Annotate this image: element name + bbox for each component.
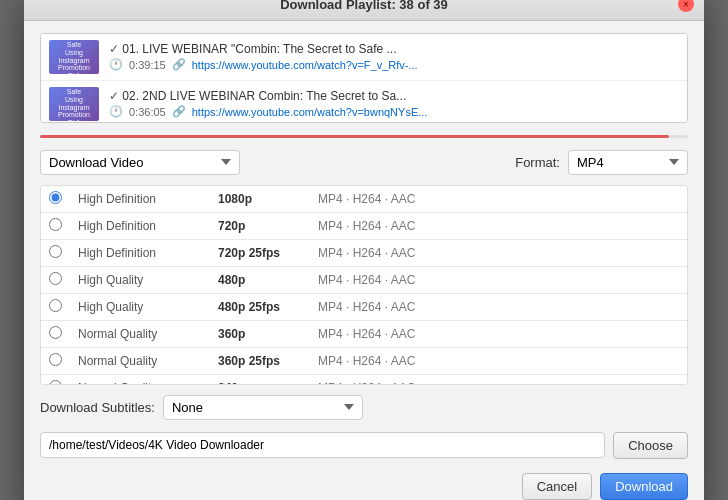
quality-label: Normal Quality [70, 374, 210, 385]
format-label-group: Format: MP4 MKV AVI MOV [515, 150, 688, 175]
playlist-item: The Secret to SafeUsing InstagramPromoti… [41, 34, 687, 81]
quality-radio[interactable] [49, 326, 62, 339]
quality-codec: MP4 · H264 · AAC [310, 320, 687, 347]
playlist-meta-2: 🕐 0:36:05 🔗 https://www.youtube.com/watc… [109, 105, 679, 118]
quality-row[interactable]: High Definition 720p MP4 · H264 · AAC [41, 212, 687, 239]
format-select[interactable]: MP4 MKV AVI MOV [568, 150, 688, 175]
quality-row[interactable]: High Quality 480p MP4 · H264 · AAC [41, 266, 687, 293]
playlist-item-2: The Secret to SafeUsing InstagramPromoti… [41, 81, 687, 123]
quality-label: High Definition [70, 212, 210, 239]
playlist-info-2: ✓ 02. 2ND LIVE WEBINAR Combin: The Secre… [109, 89, 679, 118]
subtitles-select[interactable]: None English Auto [163, 395, 363, 420]
footer-row: Cancel Download [40, 469, 688, 500]
subtitle-row: Download Subtitles: None English Auto [40, 395, 688, 420]
quality-resolution: 1080p [210, 186, 310, 213]
quality-radio[interactable] [49, 191, 62, 204]
quality-radio-cell[interactable] [41, 320, 70, 347]
path-input[interactable] [40, 432, 605, 458]
quality-label: High Quality [70, 293, 210, 320]
quality-radio[interactable] [49, 299, 62, 312]
playlist-info-1: ✓ 01. LIVE WEBINAR "Combin: The Secret t… [109, 42, 679, 71]
quality-codec: MP4 · H264 · AAC [310, 293, 687, 320]
link-icon-1: 🔗 [172, 58, 186, 71]
quality-resolution: 720p 25fps [210, 239, 310, 266]
progress-bar-container [40, 135, 688, 138]
playlist-meta-1: 🕐 0:39:15 🔗 https://www.youtube.com/watc… [109, 58, 679, 71]
titlebar: Download Playlist: 38 of 39 × [24, 0, 704, 21]
quality-label: High Quality [70, 266, 210, 293]
path-row: Choose [40, 432, 688, 459]
playlist-title-1: ✓ 01. LIVE WEBINAR "Combin: The Secret t… [109, 42, 679, 56]
download-type-select[interactable]: Download Video Download Audio [40, 150, 240, 175]
playlist-title-2: ✓ 02. 2ND LIVE WEBINAR Combin: The Secre… [109, 89, 679, 103]
quality-codec: MP4 · H264 · AAC [310, 266, 687, 293]
quality-radio-cell[interactable] [41, 266, 70, 293]
progress-bar [40, 135, 669, 138]
quality-radio-cell[interactable] [41, 374, 70, 385]
format-row: Download Video Download Audio Format: MP… [40, 150, 688, 175]
quality-radio[interactable] [49, 218, 62, 231]
clock-icon-2: 🕐 [109, 105, 123, 118]
download-button[interactable]: Download [600, 473, 688, 500]
quality-label: High Definition [70, 239, 210, 266]
quality-resolution: 360p 25fps [210, 347, 310, 374]
quality-resolution: 480p [210, 266, 310, 293]
playlist-list: The Secret to SafeUsing InstagramPromoti… [40, 33, 688, 123]
subtitles-label: Download Subtitles: [40, 400, 155, 415]
quality-label: Normal Quality [70, 320, 210, 347]
playlist-thumb-1: The Secret to SafeUsing InstagramPromoti… [49, 40, 99, 74]
format-label: Format: [515, 155, 560, 170]
quality-row[interactable]: Normal Quality 360p MP4 · H264 · AAC [41, 320, 687, 347]
quality-row[interactable]: High Definition 1080p MP4 · H264 · AAC [41, 186, 687, 213]
quality-label: Normal Quality [70, 347, 210, 374]
link-icon-2: 🔗 [172, 105, 186, 118]
quality-row[interactable]: Normal Quality 360p 25fps MP4 · H264 · A… [41, 347, 687, 374]
quality-codec: MP4 · H264 · AAC [310, 239, 687, 266]
playlist-thumb-2: The Secret to SafeUsing InstagramPromoti… [49, 87, 99, 121]
quality-scroll: High Definition 1080p MP4 · H264 · AAC H… [40, 185, 688, 385]
quality-resolution: 240p [210, 374, 310, 385]
choose-button[interactable]: Choose [613, 432, 688, 459]
quality-radio-cell[interactable] [41, 293, 70, 320]
quality-radio-cell[interactable] [41, 186, 70, 213]
quality-row[interactable]: High Definition 720p 25fps MP4 · H264 · … [41, 239, 687, 266]
dialog-window: Download Playlist: 38 of 39 × The Secret… [24, 0, 704, 500]
quality-resolution: 360p [210, 320, 310, 347]
quality-radio-cell[interactable] [41, 239, 70, 266]
quality-codec: MP4 · H264 · AAC [310, 186, 687, 213]
quality-radio-cell[interactable] [41, 347, 70, 374]
quality-radio[interactable] [49, 380, 62, 385]
playlist-url-2[interactable]: https://www.youtube.com/watch?v=bwnqNYsE… [192, 106, 428, 118]
quality-row[interactable]: High Quality 480p 25fps MP4 · H264 · AAC [41, 293, 687, 320]
quality-radio[interactable] [49, 353, 62, 366]
quality-codec: MP4 · H264 · AAC [310, 212, 687, 239]
clock-icon-1: 🕐 [109, 58, 123, 71]
quality-codec: MP4 · H264 · AAC [310, 347, 687, 374]
quality-resolution: 720p [210, 212, 310, 239]
quality-radio[interactable] [49, 272, 62, 285]
dialog-content: The Secret to SafeUsing InstagramPromoti… [24, 21, 704, 501]
close-button[interactable]: × [678, 0, 694, 12]
quality-radio-cell[interactable] [41, 212, 70, 239]
dialog-title: Download Playlist: 38 of 39 [280, 0, 448, 12]
playlist-url-1[interactable]: https://www.youtube.com/watch?v=F_v_Rfv-… [192, 59, 418, 71]
quality-codec: MP4 · H264 · AAC [310, 374, 687, 385]
quality-radio[interactable] [49, 245, 62, 258]
quality-label: High Definition [70, 186, 210, 213]
quality-resolution: 480p 25fps [210, 293, 310, 320]
cancel-button[interactable]: Cancel [522, 473, 592, 500]
quality-table: High Definition 1080p MP4 · H264 · AAC H… [41, 186, 687, 385]
quality-row[interactable]: Normal Quality 240p MP4 · H264 · AAC [41, 374, 687, 385]
